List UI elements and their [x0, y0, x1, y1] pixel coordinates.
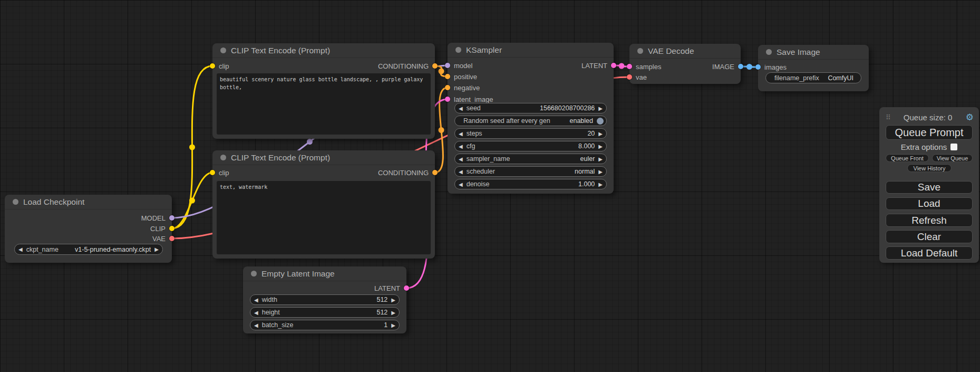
vae-port-icon[interactable] [169, 236, 174, 241]
latent-port-icon[interactable] [445, 97, 450, 102]
decrement-arrow-icon[interactable]: ◀ [455, 144, 467, 149]
node-title-bar[interactable]: CLIP Text Encode (Prompt) [212, 43, 435, 58]
load-button[interactable]: Load [886, 197, 973, 210]
input-slot-clip[interactable]: clip [210, 168, 229, 177]
output-slot-latent[interactable]: LATENT [374, 284, 409, 292]
refresh-button[interactable]: Refresh [886, 214, 973, 227]
height-widget[interactable]: ◀ height 512 ▶ [250, 307, 400, 318]
conditioning-port-icon[interactable] [432, 170, 438, 175]
output-slot-vae[interactable]: VAE [152, 234, 174, 243]
increment-arrow-icon[interactable]: ▶ [387, 297, 399, 303]
seed-widget[interactable]: ◀ seed 156680208700286 ▶ [454, 103, 607, 113]
clip-port-icon[interactable] [169, 226, 174, 231]
prompt-textarea[interactable]: text, watermark [217, 181, 431, 254]
queue-front-button[interactable]: Queue Front [886, 154, 929, 162]
increment-arrow-icon[interactable]: ▶ [387, 322, 399, 328]
collapse-dot-icon[interactable] [13, 199, 18, 205]
decrement-arrow-icon[interactable]: ◀ [455, 182, 467, 187]
increment-arrow-icon[interactable]: ▶ [595, 106, 606, 111]
queue-panel[interactable]: ⠿ Queue size: 0 ⚙ Queue Prompt Extra opt… [879, 107, 979, 263]
decrement-arrow-icon[interactable]: ◀ [455, 106, 467, 111]
input-slot-vae[interactable]: vae [627, 73, 647, 81]
save-button[interactable]: Save [886, 181, 973, 194]
toggle-dot-icon[interactable] [597, 118, 604, 125]
queue-prompt-button[interactable]: Queue Prompt [886, 125, 973, 140]
increment-arrow-icon[interactable]: ▶ [595, 182, 606, 187]
node-clip-text-encode-negative[interactable]: CLIP Text Encode (Prompt) clip CONDITION… [212, 150, 435, 259]
output-slot-clip[interactable]: CLIP [150, 224, 174, 233]
input-slot-model[interactable]: model [445, 61, 472, 70]
latent-port-icon[interactable] [627, 64, 632, 69]
width-widget[interactable]: ◀ width 512 ▶ [250, 294, 400, 305]
node-save-image[interactable]: Save Image images filename_prefix ComfyU… [758, 45, 869, 91]
latent-port-icon[interactable] [404, 285, 409, 291]
decrement-arrow-icon[interactable]: ◀ [250, 297, 262, 303]
random-seed-toggle-widget[interactable]: Random seed after every gen enabled [454, 116, 607, 126]
output-slot-latent[interactable]: LATENT [581, 61, 616, 70]
decrement-arrow-icon[interactable]: ◀ [250, 310, 262, 316]
conditioning-port-icon[interactable] [445, 74, 450, 79]
node-clip-text-encode-positive[interactable]: CLIP Text Encode (Prompt) clip CONDITION… [212, 43, 435, 139]
increment-arrow-icon[interactable]: ▶ [151, 246, 162, 252]
input-slot-samples[interactable]: samples [627, 62, 661, 71]
node-title-bar[interactable]: Empty Latent Image [243, 266, 406, 281]
clip-port-icon[interactable] [210, 63, 215, 69]
prompt-textarea[interactable]: beautiful scenery nature glass bottle la… [217, 73, 431, 135]
ckpt-name-widget[interactable]: ◀ ckpt_name v1-5-pruned-emaonly.ckpt ▶ [14, 244, 163, 255]
collapse-dot-icon[interactable] [220, 47, 226, 53]
node-load-checkpoint[interactable]: Load Checkpoint MODEL CLIP VAE ◀ ckpt_na… [5, 195, 172, 263]
increment-arrow-icon[interactable]: ▶ [387, 310, 399, 316]
model-port-icon[interactable] [445, 63, 450, 68]
output-slot-conditioning[interactable]: CONDITIONING [378, 62, 438, 70]
decrement-arrow-icon[interactable]: ◀ [455, 131, 467, 137]
batch-size-widget[interactable]: ◀ batch_size 1 ▶ [250, 320, 400, 330]
model-port-icon[interactable] [169, 215, 174, 221]
vae-port-icon[interactable] [627, 74, 632, 80]
image-port-icon[interactable] [755, 64, 761, 70]
collapse-dot-icon[interactable] [251, 271, 257, 276]
link-midpoint-dot[interactable] [439, 69, 444, 74]
decrement-arrow-icon[interactable]: ◀ [15, 246, 26, 252]
drag-handle-icon[interactable]: ⠿ [886, 113, 890, 121]
increment-arrow-icon[interactable]: ▶ [595, 131, 606, 137]
link-midpoint-dot[interactable] [307, 139, 313, 145]
decrement-arrow-icon[interactable]: ◀ [455, 169, 467, 175]
scheduler-widget[interactable]: ◀ scheduler normal ▶ [454, 166, 607, 177]
output-slot-image[interactable]: IMAGE [712, 62, 743, 71]
link-midpoint-dot[interactable] [619, 63, 625, 69]
clear-button[interactable]: Clear [886, 230, 973, 243]
node-vae-decode[interactable]: VAE Decode samples vae IMAGE [629, 44, 741, 84]
input-slot-latent-image[interactable]: latent_image [445, 95, 493, 103]
node-ksampler[interactable]: KSampler model positive negative latent_… [448, 43, 614, 194]
input-slot-clip[interactable]: clip [210, 62, 229, 70]
extra-options-checkbox[interactable] [950, 144, 957, 150]
node-title-bar[interactable]: CLIP Text Encode (Prompt) [212, 150, 435, 165]
link-midpoint-dot[interactable] [189, 198, 195, 204]
link-midpoint-dot[interactable] [189, 145, 195, 150]
cfg-widget[interactable]: ◀ cfg 8.000 ▶ [454, 141, 607, 151]
link-midpoint-dot[interactable] [439, 127, 444, 133]
node-title-bar[interactable]: Load Checkpoint [5, 195, 172, 209]
clip-port-icon[interactable] [210, 170, 215, 175]
increment-arrow-icon[interactable]: ▶ [595, 144, 606, 149]
sampler-name-widget[interactable]: ◀ sampler_name euler ▶ [454, 154, 607, 164]
input-slot-negative[interactable]: negative [445, 83, 480, 92]
filename-prefix-widget[interactable]: filename_prefix ComfyUI [765, 72, 861, 83]
image-port-icon[interactable] [738, 64, 743, 69]
conditioning-port-icon[interactable] [445, 85, 450, 90]
view-history-button[interactable]: View History [907, 164, 952, 172]
node-empty-latent-image[interactable]: Empty Latent Image LATENT ◀ width 512 ▶ … [243, 266, 406, 333]
link-midpoint-dot[interactable] [746, 64, 752, 70]
input-slot-images[interactable]: images [755, 63, 787, 71]
collapse-dot-icon[interactable] [766, 49, 772, 55]
steps-widget[interactable]: ◀ steps 20 ▶ [454, 128, 607, 139]
output-slot-model[interactable]: MODEL [141, 214, 174, 222]
collapse-dot-icon[interactable] [637, 48, 643, 54]
collapse-dot-icon[interactable] [455, 47, 461, 53]
view-queue-button[interactable]: View Queue [932, 154, 973, 162]
decrement-arrow-icon[interactable]: ◀ [250, 322, 262, 328]
input-slot-positive[interactable]: positive [445, 72, 477, 81]
conditioning-port-icon[interactable] [432, 63, 438, 69]
node-title-bar[interactable]: Save Image [758, 45, 869, 60]
node-title-bar[interactable]: VAE Decode [629, 44, 741, 59]
